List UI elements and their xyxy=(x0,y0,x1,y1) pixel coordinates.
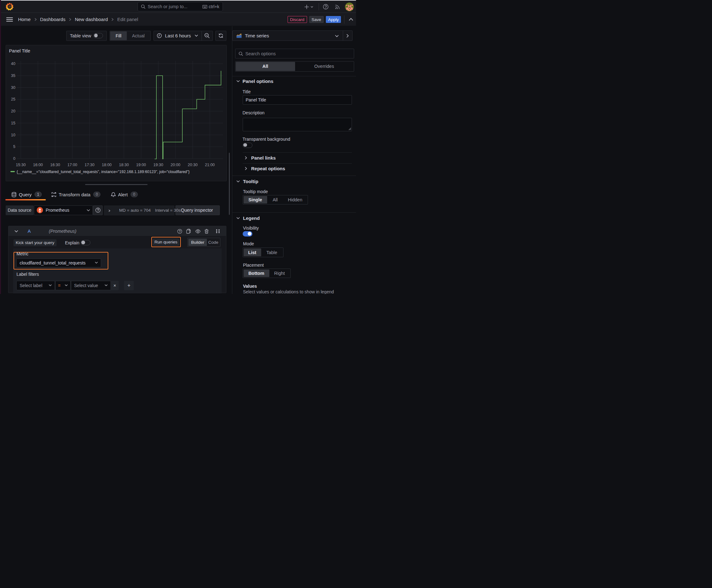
svg-text:0: 0 xyxy=(13,156,15,161)
svg-text:16:00: 16:00 xyxy=(33,163,43,167)
svg-text:20:30: 20:30 xyxy=(188,163,197,167)
svg-text:17:30: 17:30 xyxy=(84,163,94,167)
svg-text:15:30: 15:30 xyxy=(16,163,25,167)
svg-text:15: 15 xyxy=(11,121,15,125)
svg-text:19:00: 19:00 xyxy=(136,163,146,167)
svg-text:20: 20 xyxy=(11,109,15,113)
svg-text:20:00: 20:00 xyxy=(170,163,180,167)
svg-text:10: 10 xyxy=(11,133,15,137)
svg-text:35: 35 xyxy=(11,74,15,78)
svg-text:40: 40 xyxy=(11,62,15,66)
svg-text:18:00: 18:00 xyxy=(102,163,111,167)
svg-text:19:30: 19:30 xyxy=(153,163,163,167)
svg-text:21:00: 21:00 xyxy=(205,163,214,167)
svg-text:18:30: 18:30 xyxy=(119,163,129,167)
svg-text:17:00: 17:00 xyxy=(67,163,77,167)
svg-text:5: 5 xyxy=(13,145,15,149)
svg-text:{__name__="cloudflared_tunnel_: {__name__="cloudflared_tunnel_total_requ… xyxy=(17,170,190,174)
svg-text:30: 30 xyxy=(11,85,15,90)
svg-text:16:30: 16:30 xyxy=(50,163,60,167)
svg-text:25: 25 xyxy=(11,97,15,102)
